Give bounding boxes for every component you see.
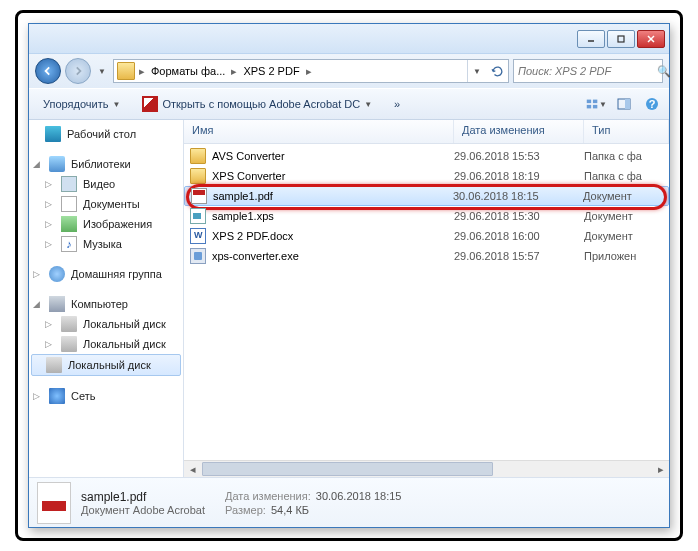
sidebar-item-desktop[interactable]: Рабочий стол <box>29 124 183 144</box>
file-name: xps-converter.exe <box>212 250 454 262</box>
file-date: 30.06.2018 18:15 <box>453 190 583 202</box>
svg-rect-1 <box>618 36 624 42</box>
file-row[interactable]: XPS Converter29.06.2018 18:19Папка с фа <box>184 166 669 186</box>
images-icon <box>61 216 77 232</box>
music-icon: ♪ <box>61 236 77 252</box>
breadcrumb-segment[interactable]: XPS 2 PDF <box>239 60 303 82</box>
scroll-right-icon[interactable]: ▸ <box>652 461 669 477</box>
details-size-label: Размер: <box>225 504 266 516</box>
refresh-button[interactable] <box>486 65 508 78</box>
pdf-icon <box>191 188 207 204</box>
close-button[interactable] <box>637 30 665 48</box>
horizontal-scrollbar[interactable]: ◂ ▸ <box>184 460 669 477</box>
help-button[interactable]: ? <box>641 93 663 115</box>
folder-icon <box>190 168 206 184</box>
file-name: XPS 2 PDF.docx <box>212 230 454 242</box>
search-box[interactable]: 🔍 <box>513 59 663 83</box>
open-with-acrobat-button[interactable]: Открыть с помощью Adobe Acrobat DC ▼ <box>134 93 380 115</box>
sidebar-item-music[interactable]: ▷♪Музыка <box>29 234 183 254</box>
svg-rect-6 <box>587 105 591 109</box>
explorer-window: ▼ ▸ Форматы фа... ▸ XPS 2 PDF ▸ ▼ 🔍 Упор… <box>28 23 670 528</box>
breadcrumb-segment[interactable]: Форматы фа... <box>147 60 229 82</box>
file-date: 29.06.2018 16:00 <box>454 230 584 242</box>
file-date: 29.06.2018 15:30 <box>454 210 584 222</box>
details-date-label: Дата изменения: <box>225 490 311 502</box>
titlebar <box>29 24 669 54</box>
file-type: Документ <box>584 230 669 242</box>
navbar: ▼ ▸ Форматы фа... ▸ XPS 2 PDF ▸ ▼ 🔍 <box>29 54 669 88</box>
search-input[interactable] <box>518 65 657 77</box>
sidebar-item-documents[interactable]: ▷Документы <box>29 194 183 214</box>
sidebar-item-images[interactable]: ▷Изображения <box>29 214 183 234</box>
folder-icon <box>190 148 206 164</box>
video-icon <box>61 176 77 192</box>
computer-icon <box>49 296 65 312</box>
file-thumbnail <box>37 482 71 524</box>
file-row[interactable]: XPS 2 PDF.docx29.06.2018 16:00Документ <box>184 226 669 246</box>
file-pane: Имя Дата изменения Тип AVS Converter29.0… <box>184 120 669 477</box>
file-name: AVS Converter <box>212 150 454 162</box>
folder-icon <box>117 62 135 80</box>
sidebar-item-localdisk[interactable]: Локальный диск <box>31 354 181 376</box>
maximize-button[interactable] <box>607 30 635 48</box>
organize-button[interactable]: Упорядочить ▼ <box>35 93 128 115</box>
file-row[interactable]: sample1.pdf30.06.2018 18:15Документ <box>184 186 669 206</box>
details-size-value: 54,4 КБ <box>271 504 309 516</box>
file-type: Приложен <box>584 250 669 262</box>
details-filetype: Документ Adobe Acrobat <box>81 504 205 516</box>
scroll-left-icon[interactable]: ◂ <box>184 461 201 477</box>
file-row[interactable]: sample1.xps29.06.2018 15:30Документ <box>184 206 669 226</box>
file-name: sample1.xps <box>212 210 454 222</box>
svg-rect-5 <box>593 100 597 104</box>
file-type: Документ <box>583 190 668 202</box>
preview-pane-button[interactable] <box>613 93 635 115</box>
details-filename: sample1.pdf <box>81 490 205 504</box>
sidebar-item-localdisk[interactable]: ▷Локальный диск <box>29 314 183 334</box>
desktop-icon <box>45 126 61 142</box>
back-button[interactable] <box>35 58 61 84</box>
svg-rect-4 <box>587 100 591 104</box>
file-name: XPS Converter <box>212 170 454 182</box>
sidebar-item-localdisk[interactable]: ▷Локальный диск <box>29 334 183 354</box>
sidebar-item-network[interactable]: ▷Сеть <box>29 386 183 406</box>
svg-rect-9 <box>625 99 630 109</box>
file-type: Папка с фа <box>584 170 669 182</box>
svg-rect-7 <box>593 105 597 109</box>
file-date: 29.06.2018 15:53 <box>454 150 584 162</box>
column-date[interactable]: Дата изменения <box>454 120 584 143</box>
sidebar: Рабочий стол ◢Библиотеки ▷Видео ▷Докумен… <box>29 120 184 477</box>
minimize-button[interactable] <box>577 30 605 48</box>
documents-icon <box>61 196 77 212</box>
file-row[interactable]: AVS Converter29.06.2018 15:53Папка с фа <box>184 146 669 166</box>
sidebar-item-video[interactable]: ▷Видео <box>29 174 183 194</box>
sidebar-item-computer[interactable]: ◢Компьютер <box>29 294 183 314</box>
details-pane: sample1.pdf Документ Adobe Acrobat Дата … <box>29 477 669 527</box>
file-list: AVS Converter29.06.2018 15:53Папка с фаX… <box>184 144 669 460</box>
forward-button[interactable] <box>65 58 91 84</box>
column-type[interactable]: Тип <box>584 120 669 143</box>
drive-icon <box>61 316 77 332</box>
homegroup-icon <box>49 266 65 282</box>
libraries-icon <box>49 156 65 172</box>
history-dropdown-icon[interactable]: ▼ <box>95 59 109 83</box>
view-options-button[interactable]: ▼ <box>585 93 607 115</box>
address-dropdown-icon[interactable]: ▼ <box>468 67 486 76</box>
scroll-thumb[interactable] <box>202 462 493 476</box>
file-date: 29.06.2018 18:19 <box>454 170 584 182</box>
details-date-value: 30.06.2018 18:15 <box>316 490 402 502</box>
file-type: Документ <box>584 210 669 222</box>
file-row[interactable]: xps-converter.exe29.06.2018 15:57Приложе… <box>184 246 669 266</box>
address-bar[interactable]: ▸ Форматы фа... ▸ XPS 2 PDF ▸ ▼ <box>113 59 509 83</box>
column-name[interactable]: Имя <box>184 120 454 143</box>
network-icon <box>49 388 65 404</box>
column-headers: Имя Дата изменения Тип <box>184 120 669 144</box>
file-type: Папка с фа <box>584 150 669 162</box>
drive-icon <box>46 357 62 373</box>
sidebar-item-libraries[interactable]: ◢Библиотеки <box>29 154 183 174</box>
xps-icon <box>190 208 206 224</box>
file-date: 29.06.2018 15:57 <box>454 250 584 262</box>
overflow-button[interactable]: » <box>386 93 409 115</box>
file-name: sample1.pdf <box>213 190 453 202</box>
svg-text:?: ? <box>649 98 656 110</box>
sidebar-item-homegroup[interactable]: ▷Домашняя группа <box>29 264 183 284</box>
